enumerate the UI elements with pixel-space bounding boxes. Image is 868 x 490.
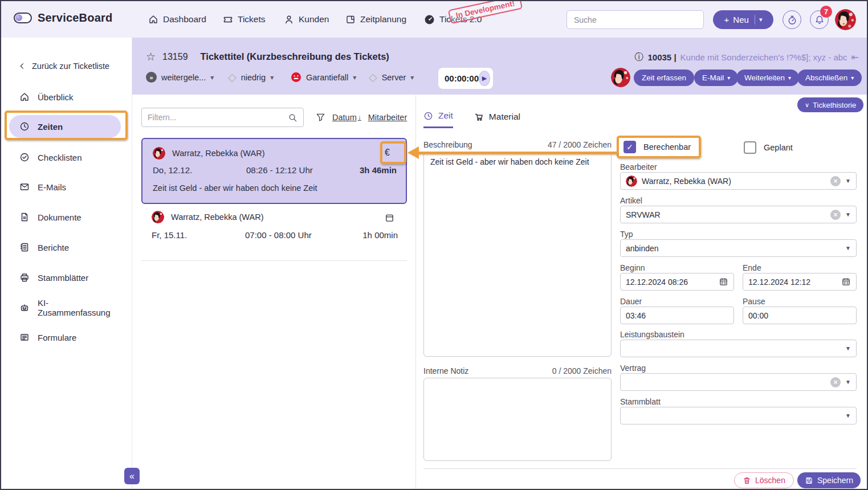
typ-select[interactable]: anbinden ▼ xyxy=(620,239,857,257)
bearbeiter-select[interactable]: Warratz, Rebekka (WAR) × ▼ xyxy=(620,172,857,190)
sidebar-item-formulare[interactable]: Formulare xyxy=(9,326,121,349)
nav-zeitplanung[interactable]: Zeitplanung xyxy=(345,1,406,38)
ende-input[interactable] xyxy=(748,277,837,287)
cart-icon xyxy=(474,112,484,122)
time-entry[interactable]: Warratz, Rebekka (WAR) Fr, 15.11. 07:00 … xyxy=(141,209,407,254)
save-button[interactable]: Speichern xyxy=(797,472,861,488)
chevron-down-icon[interactable]: ▼ xyxy=(845,245,851,251)
planned-checkbox[interactable] xyxy=(744,141,756,154)
clear-icon[interactable]: × xyxy=(830,377,841,387)
assignee-avatar[interactable] xyxy=(611,68,630,87)
new-button[interactable]: + Neu ▾ xyxy=(713,10,773,29)
timer-play-button[interactable]: ▶ xyxy=(479,71,490,86)
calendar-picker-icon[interactable] xyxy=(719,277,728,287)
type-dropdown[interactable]: ◇ Server ▾ xyxy=(369,72,414,83)
brand[interactable]: ServiceBoard xyxy=(14,11,112,24)
artikel-select[interactable]: SRVWAR × ▼ xyxy=(620,206,857,223)
chevron-down-icon[interactable]: ▾ xyxy=(759,16,763,23)
ticket-history-label: Tickethistorie xyxy=(813,101,856,109)
info-icon[interactable]: ⓘ xyxy=(635,51,644,63)
serviceboard-logo-icon xyxy=(14,13,32,23)
record-time-button[interactable]: Zeit erfassen xyxy=(634,70,694,86)
sidebar-item-emails[interactable]: E-Mails xyxy=(9,175,121,198)
ticket-title: Tickettitel (Kurzbeschreibung des Ticket… xyxy=(201,51,389,62)
internal-note-textarea[interactable] xyxy=(423,378,612,461)
forwarded-status-icon: » xyxy=(146,72,157,83)
sidebar-item-zeiten[interactable]: Zeiten xyxy=(9,115,121,138)
priority-dropdown[interactable]: ◇ niedrig ▾ xyxy=(228,72,274,83)
chevron-down-icon: ∨ xyxy=(805,101,809,109)
sidebar-collapse-button[interactable]: « xyxy=(124,468,140,484)
nav-label: Tickets xyxy=(238,14,266,24)
calendar-icon xyxy=(345,14,356,24)
sidebar-item-checklisten[interactable]: Checklisten xyxy=(9,146,121,169)
dauer-input[interactable] xyxy=(626,311,728,320)
billable-checkbox[interactable]: ✓ xyxy=(624,141,636,153)
filter-input[interactable] xyxy=(142,108,279,126)
robot-icon xyxy=(19,303,30,313)
chevron-down-icon: ▾ xyxy=(210,74,214,81)
entry-avatar xyxy=(153,147,165,160)
user-avatar[interactable] xyxy=(835,9,856,30)
chevron-down-icon[interactable]: ▼ xyxy=(845,413,851,419)
stammblatt-select[interactable]: ▼ xyxy=(620,407,857,424)
email-button[interactable]: E-Mail ▾ xyxy=(694,70,738,86)
jump-to-customer-icon[interactable]: ⇤ xyxy=(851,52,859,63)
billable-euro-icon: € xyxy=(385,148,390,158)
status-dropdown[interactable]: » weitergele... ▾ xyxy=(146,72,214,83)
chevron-down-icon: ▾ xyxy=(353,74,356,81)
beginn-input[interactable] xyxy=(626,277,714,287)
chevron-down-icon[interactable]: ▼ xyxy=(845,379,851,385)
filter-funnel-icon[interactable] xyxy=(316,112,325,122)
sidebar-label: Formulare xyxy=(38,333,76,342)
tab-zeit[interactable]: Zeit xyxy=(423,111,453,128)
nav-tickets[interactable]: Tickets xyxy=(223,1,266,38)
vertrag-select[interactable]: × ▼ xyxy=(620,373,857,391)
close-ticket-button[interactable]: Abschließen ▾ xyxy=(797,70,862,86)
pause-input[interactable] xyxy=(748,311,851,320)
sidebar-item-ki-zusammenfassung[interactable]: KI-Zusammenfassung xyxy=(9,296,121,319)
report-icon xyxy=(19,242,30,252)
sidebar-item-stammblaetter[interactable]: Stammblätter xyxy=(9,266,121,289)
internal-note-label: Interne Notiz xyxy=(423,366,468,375)
sort-by-employee[interactable]: Mitarbeiter xyxy=(368,113,407,122)
delete-button[interactable]: Löschen xyxy=(734,472,794,488)
nav-label: Zeitplanung xyxy=(360,14,406,24)
sidebar-item-berichte[interactable]: Berichte xyxy=(9,236,121,259)
forward-button[interactable]: Weiterleiten ▾ xyxy=(736,70,799,86)
sidebar-item-ueberblick[interactable]: Überblick xyxy=(9,85,121,108)
person-icon xyxy=(284,14,294,24)
entry-time-row: Fr, 15.11. 07:00 - 08:00 Uhr 1h 00min xyxy=(152,230,398,240)
clear-icon[interactable]: × xyxy=(830,176,841,186)
stopwatch-button[interactable] xyxy=(783,10,801,29)
warranty-face-icon xyxy=(291,72,301,83)
description-textarea[interactable]: Zeit ist Geld - aber wir haben doch kein… xyxy=(423,152,612,357)
sort-by-date[interactable]: Datum ↓ xyxy=(332,113,361,122)
search-input[interactable] xyxy=(567,10,704,29)
category-dropdown[interactable]: Garantiefall ▾ xyxy=(291,72,356,83)
list-divider xyxy=(141,260,407,261)
back-to-ticketlist[interactable]: Zurück zur Ticketliste xyxy=(18,62,109,71)
calendar-picker-icon[interactable] xyxy=(841,277,851,287)
time-entry-selected[interactable]: Warratz, Rebekka (WAR) € Do, 12.12. 08:2… xyxy=(141,138,407,204)
close-ticket-label: Abschließen xyxy=(805,74,847,82)
chevron-down-icon: ▾ xyxy=(270,74,274,81)
nav-dashboard[interactable]: Dashboard xyxy=(148,1,206,38)
chevron-down-icon[interactable]: ▼ xyxy=(845,345,851,352)
chevron-down-icon[interactable]: ▼ xyxy=(845,211,851,218)
customer-link[interactable]: Kunde mit Sonderzeichen's !?%$]; xyz - a… xyxy=(680,52,847,62)
clear-icon[interactable]: × xyxy=(830,210,841,220)
plus-icon: + xyxy=(724,15,730,24)
trash-icon xyxy=(743,476,751,485)
favorite-star-icon[interactable]: ☆ xyxy=(146,50,156,63)
leistungsbaustein-select[interactable]: ▼ xyxy=(620,340,857,357)
planned-checkbox-row[interactable]: Geplant xyxy=(744,141,793,154)
chevron-down-icon[interactable]: ▼ xyxy=(845,178,851,184)
sidebar: Zurück zur Ticketliste Überblick Zeiten … xyxy=(1,38,132,490)
chevron-down-icon: ▾ xyxy=(788,75,791,81)
nav-kunden[interactable]: Kunden xyxy=(284,1,329,38)
billable-checkbox-row[interactable]: ✓ Berechenbar xyxy=(624,141,691,153)
tab-material[interactable]: Material xyxy=(474,111,520,128)
ticket-history-button[interactable]: ∨ Tickethistorie xyxy=(797,97,863,112)
sidebar-item-dokumente[interactable]: Dokumente xyxy=(9,206,121,228)
